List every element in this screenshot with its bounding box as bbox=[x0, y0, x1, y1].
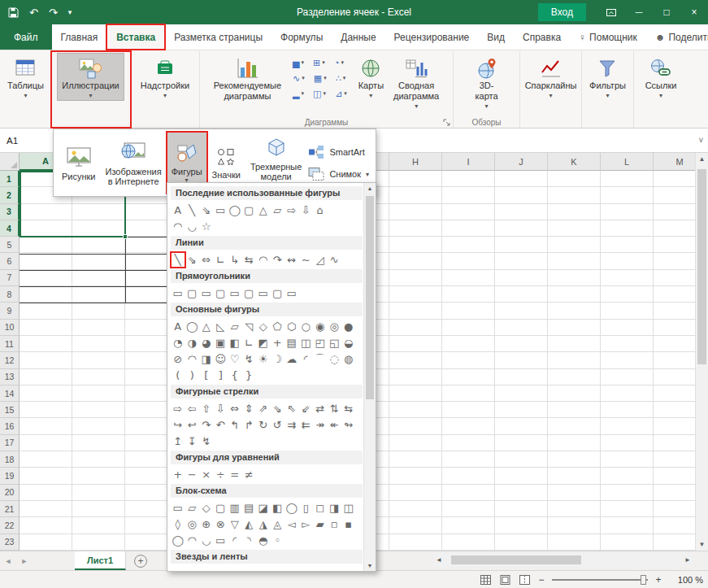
redo-button[interactable]: ↷ bbox=[49, 7, 58, 18]
shape-button[interactable]: ⌒ bbox=[313, 351, 328, 367]
shape-button[interactable]: ◌ bbox=[328, 351, 342, 367]
cell-I1[interactable] bbox=[442, 171, 495, 187]
shape-button[interactable]: ◔ bbox=[171, 335, 185, 351]
shape-button[interactable]: ⇨ bbox=[171, 401, 185, 416]
shape-button[interactable]: ▭ bbox=[199, 285, 214, 301]
shape-button[interactable]: ○ bbox=[299, 319, 314, 334]
row-header-19[interactable]: 19 bbox=[0, 468, 20, 484]
cell-K16[interactable] bbox=[548, 418, 601, 434]
row-header-10[interactable]: 10 bbox=[0, 320, 20, 336]
horizontal-scrollbar[interactable]: ◄ ► bbox=[433, 553, 693, 567]
cell-L19[interactable] bbox=[601, 468, 654, 484]
tab-share[interactable]: ☻Поделиться bbox=[646, 24, 708, 50]
shape-button[interactable]: ▱ bbox=[185, 500, 200, 516]
shape-button[interactable]: ▭ bbox=[171, 285, 185, 301]
cell-A8[interactable] bbox=[20, 286, 72, 303]
shape-button[interactable]: ▢ bbox=[242, 203, 257, 218]
cell-H6[interactable] bbox=[389, 253, 442, 269]
shape-button[interactable]: ↱ bbox=[242, 417, 257, 433]
shape-button[interactable]: ╲ bbox=[185, 203, 200, 218]
cell-J11[interactable] bbox=[495, 336, 548, 352]
shape-button[interactable]: ↞ bbox=[328, 417, 342, 433]
row-header-2[interactable]: 2 bbox=[0, 187, 20, 203]
cell-B23[interactable] bbox=[72, 534, 125, 551]
vertical-scroll-thumb[interactable] bbox=[697, 169, 706, 364]
cell-L14[interactable] bbox=[601, 385, 654, 402]
tab-view[interactable]: Вид bbox=[478, 24, 514, 50]
cell-I5[interactable] bbox=[442, 237, 495, 253]
cell-L2[interactable] bbox=[601, 187, 654, 203]
shape-button[interactable]: ⊕ bbox=[199, 516, 214, 532]
horizontal-scroll-thumb[interactable] bbox=[451, 555, 581, 564]
shape-button[interactable]: ◯ bbox=[285, 500, 299, 516]
row-header-7[interactable]: 7 bbox=[0, 270, 20, 286]
shape-button[interactable]: ⇘ bbox=[271, 401, 285, 416]
shape-button[interactable]: ◫ bbox=[341, 500, 356, 516]
cell-H17[interactable] bbox=[389, 435, 442, 451]
shape-button[interactable]: ☽ bbox=[271, 351, 285, 367]
shape-button[interactable]: ↯ bbox=[242, 351, 257, 367]
shape-button[interactable]: ↬ bbox=[341, 417, 356, 433]
shape-button[interactable]: ◡ bbox=[199, 533, 214, 548]
row-header-23[interactable]: 23 bbox=[0, 534, 20, 551]
shapes-scrollbar[interactable]: ▲ ▼ bbox=[363, 183, 376, 571]
cell-K23[interactable] bbox=[548, 534, 601, 551]
cell-J6[interactable] bbox=[495, 253, 548, 269]
cell-K4[interactable] bbox=[548, 220, 601, 237]
shape-button[interactable]: ↠ bbox=[313, 417, 328, 433]
tab-review[interactable]: Рецензирование bbox=[385, 24, 479, 50]
shape-button[interactable]: ▭ bbox=[228, 285, 242, 301]
cell-J3[interactable] bbox=[495, 204, 548, 220]
shape-button[interactable]: ~ bbox=[299, 252, 314, 268]
sparklines-button[interactable]: Спарклайны ▾ bbox=[520, 53, 582, 101]
shape-button[interactable]: ÷ bbox=[214, 467, 228, 482]
cell-L1[interactable] bbox=[601, 171, 654, 187]
cell-I7[interactable] bbox=[442, 270, 495, 286]
links-button[interactable]: Ссылки ▾ bbox=[641, 53, 682, 101]
cell-B22[interactable] bbox=[72, 517, 125, 534]
cell-K20[interactable] bbox=[548, 485, 601, 501]
shape-button[interactable]: ◻ bbox=[313, 500, 328, 516]
cell-I19[interactable] bbox=[442, 468, 495, 484]
shape-button[interactable]: ⇖ bbox=[285, 401, 299, 416]
shape-button[interactable]: ↰ bbox=[228, 417, 242, 433]
shape-button[interactable]: A bbox=[171, 203, 185, 218]
zoom-level[interactable]: 100 % bbox=[666, 575, 703, 585]
shape-button[interactable]: ▯ bbox=[299, 500, 314, 516]
cell-B8[interactable] bbox=[72, 286, 125, 303]
cell-K15[interactable] bbox=[548, 402, 601, 418]
shape-button[interactable]: ▭ bbox=[285, 285, 299, 301]
zoom-out-button[interactable]: − bbox=[534, 574, 549, 586]
shape-button[interactable]: ▢ bbox=[214, 285, 228, 301]
cell-J8[interactable] bbox=[495, 286, 548, 303]
pictures-menu-item[interactable]: Рисунки bbox=[57, 132, 101, 194]
shape-button[interactable]: ↭ bbox=[285, 252, 299, 268]
shape-button[interactable]: ◩ bbox=[256, 335, 271, 351]
row-header-17[interactable]: 17 bbox=[0, 435, 20, 451]
zoom-in-button[interactable]: + bbox=[651, 574, 666, 586]
chart-type-button[interactable]: ◔▾ bbox=[331, 56, 347, 69]
cell-L5[interactable] bbox=[601, 237, 654, 253]
shape-button[interactable]: ⊘ bbox=[171, 351, 185, 367]
scroll-right-icon[interactable]: ► bbox=[684, 556, 691, 564]
shape-button[interactable]: ◇ bbox=[256, 319, 271, 334]
shape-button[interactable]: ◨ bbox=[328, 500, 342, 516]
shape-button[interactable]: ◰ bbox=[313, 335, 328, 351]
cell-B18[interactable] bbox=[72, 451, 125, 468]
cell-H1[interactable] bbox=[389, 171, 442, 187]
cell-H21[interactable] bbox=[389, 501, 442, 517]
shape-button[interactable]: ⇩ bbox=[299, 203, 314, 218]
shape-button[interactable]: ⇆ bbox=[242, 252, 257, 268]
cell-L21[interactable] bbox=[601, 501, 654, 517]
cell-B17[interactable] bbox=[72, 435, 125, 451]
cell-L17[interactable] bbox=[601, 435, 654, 451]
cell-A20[interactable] bbox=[20, 485, 72, 501]
cell-L7[interactable] bbox=[601, 270, 654, 286]
cell-H5[interactable] bbox=[389, 237, 442, 253]
cell-J4[interactable] bbox=[495, 220, 548, 237]
cell-I4[interactable] bbox=[442, 220, 495, 237]
cell-J22[interactable] bbox=[495, 517, 548, 534]
chart-type-button[interactable]: ∿▾ bbox=[289, 72, 308, 85]
illustrations-button[interactable]: Иллюстрации ▾ bbox=[57, 53, 124, 101]
cell-I20[interactable] bbox=[442, 485, 495, 501]
